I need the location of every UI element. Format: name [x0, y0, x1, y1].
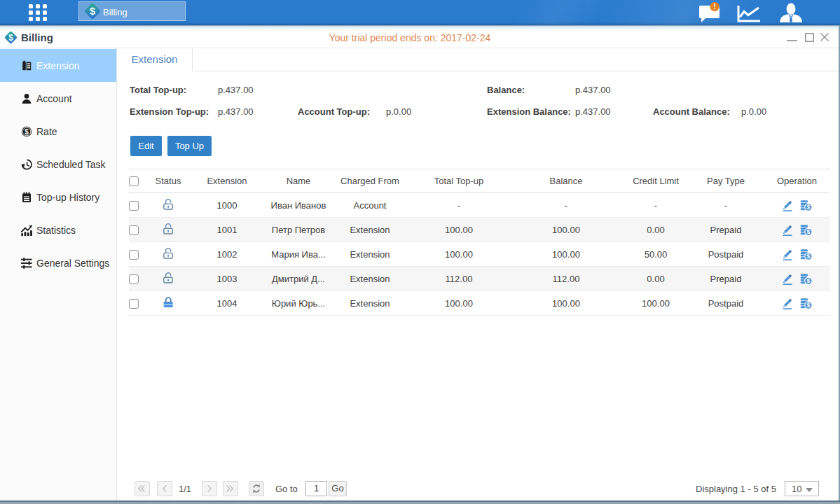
svg-text:$: $ — [25, 128, 29, 136]
svg-text:!: ! — [713, 2, 716, 10]
svg-text:$: $ — [90, 6, 95, 17]
